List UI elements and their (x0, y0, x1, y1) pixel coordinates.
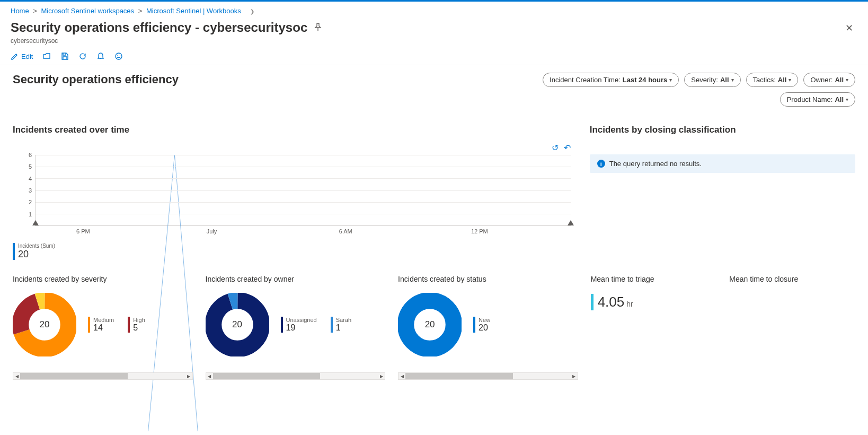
filter-owner[interactable]: Owner: All▾ (803, 73, 855, 87)
filter-bar: Incident Creation Time: Last 24 hours▾ S… (516, 73, 855, 107)
save-icon[interactable] (60, 52, 69, 60)
scrollbar-owner[interactable]: ◀▶ (206, 372, 386, 380)
toolbar: Edit (0, 49, 868, 65)
info-icon: i (597, 160, 605, 168)
section-title: Security operations efficiency (13, 73, 179, 86)
breadcrumb-link-workbooks[interactable]: Microsoft Sentinel | Workbooks (146, 7, 241, 15)
chart-history-icon[interactable]: ↺ (552, 143, 559, 153)
close-icon[interactable]: ✕ (841, 20, 857, 36)
refresh-icon[interactable] (78, 52, 87, 60)
card-title-closure: Mean time to closure (729, 275, 855, 283)
feedback-icon[interactable] (114, 52, 123, 60)
pin-icon[interactable] (314, 23, 322, 33)
filter-severity[interactable]: Severity: All▾ (684, 73, 740, 87)
chart-undo-icon[interactable]: ↶ (564, 143, 571, 153)
edit-label: Edit (21, 53, 33, 60)
breadcrumb-link-workspaces[interactable]: Microsoft Sentinel workspaces (41, 7, 135, 15)
breadcrumb-link-home[interactable]: Home (11, 7, 29, 15)
panel-title-closing: Incidents by closing classification (590, 125, 855, 135)
filter-product-name[interactable]: Product Name: All▾ (780, 92, 855, 107)
notify-icon[interactable] (96, 52, 105, 60)
scrollbar-severity[interactable]: ◀▶ (13, 372, 193, 380)
filter-tactics[interactable]: Tactics: All▾ (746, 73, 799, 87)
panel-title-overtime: Incidents created over time (13, 125, 571, 135)
metric-triage: 4.05 hr (591, 294, 717, 310)
card-title-triage: Mean time to triage (591, 275, 717, 283)
donut-status[interactable]: 20 (398, 293, 462, 356)
breadcrumb: Home > Microsoft Sentinel workspaces > M… (0, 2, 868, 18)
donut-owner[interactable]: 20 (206, 293, 269, 356)
page-subtitle: cybersecuritysoc (0, 36, 868, 49)
edit-button[interactable]: Edit (11, 53, 33, 60)
breadcrumb-more-icon[interactable]: ❯ (250, 8, 254, 14)
line-chart[interactable]: 123456 6 PMJuly6 AM12 PM (18, 155, 571, 240)
open-icon[interactable] (42, 52, 51, 60)
range-handle-right[interactable] (568, 220, 574, 225)
svg-point-0 (116, 53, 122, 59)
donut-severity[interactable]: 20 (13, 293, 76, 356)
filter-incident-creation-time[interactable]: Incident Creation Time: Last 24 hours▾ (543, 73, 679, 87)
no-results-banner: i The query returned no results. (590, 154, 855, 173)
scrollbar-status[interactable]: ◀▶ (398, 372, 578, 380)
page-title: Security operations efficiency - cyberse… (11, 20, 307, 35)
range-handle-left[interactable] (32, 220, 39, 225)
